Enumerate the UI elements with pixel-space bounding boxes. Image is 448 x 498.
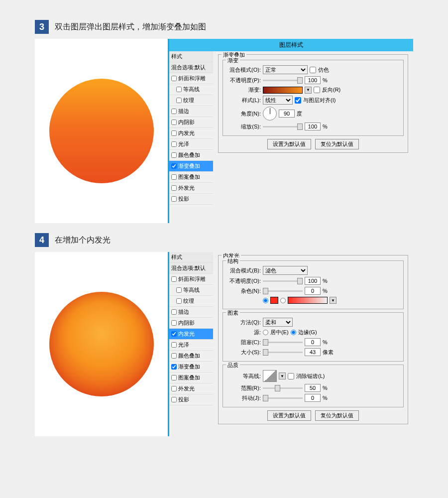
checkbox[interactable] [171,141,177,147]
set-default-button[interactable]: 设置为默认值 [267,410,311,421]
jitter-slider[interactable] [263,397,303,399]
style-pattern-overlay[interactable]: 图案叠加 [169,172,213,183]
checkbox[interactable] [171,174,177,180]
choke-slider[interactable] [263,342,303,343]
angle-dial[interactable] [263,107,277,121]
opacity-slider[interactable] [263,280,303,282]
scale-input[interactable] [305,123,321,130]
structure-fieldset: 结构 混合模式(B): 滤色 不透明度(O): % [223,260,404,309]
opacity-slider[interactable] [263,80,303,81]
reset-default-button[interactable]: 复位为默认值 [315,139,359,149]
checkbox[interactable] [171,163,177,169]
solid-color-radio[interactable] [263,298,268,303]
styles-header[interactable]: 样式 [169,252,213,263]
dialog-titlebar: 图层样式 [169,39,413,51]
reverse-label: 反向(R) [322,86,340,94]
checkbox[interactable] [171,386,177,391]
dither-checkbox[interactable] [310,67,316,73]
style-bevel[interactable]: 斜面和浮雕 [169,274,213,285]
style-satin[interactable]: 光泽 [169,340,213,351]
source-edge-radio[interactable] [291,330,296,335]
checkbox[interactable] [171,342,177,348]
style-gradient-overlay[interactable]: 渐变叠加 [169,362,213,373]
style-inner-shadow[interactable]: 内阴影 [169,318,213,329]
style-texture[interactable]: 纹理 [169,296,213,307]
style-color-overlay[interactable]: 颜色叠加 [169,150,213,161]
reset-default-button[interactable]: 复位为默认值 [315,410,359,421]
style-contour[interactable]: 等高线 [169,285,213,296]
checkbox[interactable] [171,120,177,125]
align-checkbox[interactable] [295,97,301,104]
contour-preview[interactable] [263,370,277,382]
gradient-row: 渐变: ▼ 反向(R) [227,86,399,94]
jitter-input[interactable] [305,394,321,402]
color-swatch[interactable] [270,297,278,304]
noise-slider[interactable] [263,290,303,292]
checkbox[interactable] [171,185,177,191]
gradient-dropdown-icon[interactable]: ▼ [305,87,312,94]
checkbox[interactable] [171,309,177,315]
style-stroke[interactable]: 描边 [169,106,213,117]
style-inner-glow[interactable]: 内发光 [169,329,213,340]
checkbox[interactable] [171,364,177,370]
style-contour[interactable]: 等高线 [169,84,213,95]
source-center-radio[interactable] [263,330,268,335]
style-satin[interactable]: 光泽 [169,139,213,150]
style-stroke[interactable]: 描边 [169,307,213,318]
style-bevel[interactable]: 斜面和浮雕 [169,73,213,84]
opacity-input[interactable] [305,76,321,84]
style-drop-shadow[interactable]: 投影 [169,194,213,205]
checkbox[interactable] [171,320,177,326]
range-input[interactable] [305,384,321,392]
checkbox[interactable] [176,298,182,304]
checkbox[interactable] [176,98,182,103]
blend-mode-select[interactable]: 正常 [263,65,308,74]
set-default-button[interactable]: 设置为默认值 [267,139,311,149]
method-row: 方法(Q): 柔和 [227,318,399,327]
reverse-checkbox[interactable] [314,87,320,93]
noise-input[interactable] [305,287,321,295]
layer-style-dialog: 图层样式 样式 混合选项:默认 斜面和浮雕 等高线 纹理 描边 内阴影 内发光 … [169,39,413,223]
style-gradient-overlay[interactable]: 渐变叠加 [169,161,213,172]
checkbox[interactable] [176,87,182,92]
method-select[interactable]: 柔和 [263,318,293,327]
checkbox[interactable] [171,375,177,380]
styles-header[interactable]: 样式 [169,51,213,62]
contour-dropdown-icon[interactable]: ▼ [279,373,286,379]
checkbox[interactable] [171,353,177,359]
range-slider[interactable] [263,387,303,389]
blend-mode-select[interactable]: 滤色 [263,266,308,275]
style-pattern-overlay[interactable]: 图案叠加 [169,373,213,383]
gradient-preview[interactable] [263,87,303,94]
checkbox[interactable] [171,76,177,81]
checkbox[interactable] [176,287,182,293]
style-drop-shadow[interactable]: 投影 [169,394,213,405]
antialias-checkbox[interactable] [288,373,294,379]
style-outer-glow[interactable]: 外发光 [169,183,213,194]
choke-input[interactable] [305,338,321,346]
angle-input[interactable] [279,110,295,118]
blend-options-header[interactable]: 混合选项:默认 [169,62,213,73]
checkbox[interactable] [171,109,177,114]
size-input[interactable] [305,348,321,356]
checkbox[interactable] [171,276,177,282]
gradient-radio[interactable] [280,298,286,303]
style-outer-glow[interactable]: 外发光 [169,383,213,394]
style-select[interactable]: 线性 [263,96,293,105]
gradient-dropdown-icon[interactable]: ▼ [330,297,336,304]
style-color-overlay[interactable]: 颜色叠加 [169,351,213,362]
checkbox[interactable] [171,397,177,402]
checkbox[interactable] [171,331,177,337]
style-inner-shadow[interactable]: 内阴影 [169,117,213,128]
opacity-input[interactable] [305,277,321,285]
size-slider[interactable] [263,352,303,353]
checkbox[interactable] [171,130,177,136]
checkbox[interactable] [171,152,177,158]
checkbox[interactable] [171,196,177,202]
style-inner-glow[interactable]: 内发光 [169,128,213,139]
gradient-swatch[interactable] [288,297,328,304]
step-header: 3 双击图层弹出图层样式，增加渐变叠加如图 [35,20,413,34]
scale-slider[interactable] [263,126,303,127]
blend-options-header[interactable]: 混合选项:默认 [169,263,213,274]
style-texture[interactable]: 纹理 [169,95,213,106]
